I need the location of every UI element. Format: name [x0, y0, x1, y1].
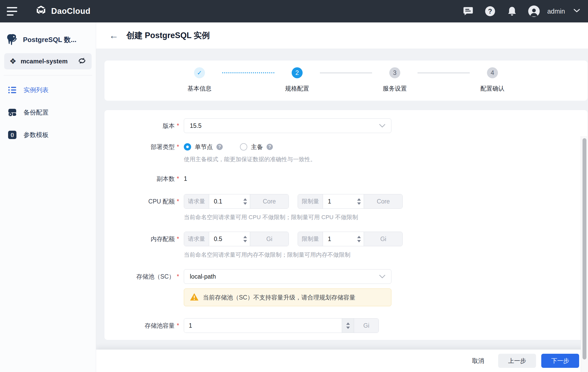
cpu-quota-hint: 当前命名空间请求量可用 CPU 不做限制；限制量可用 CPU 不做限制	[184, 213, 403, 221]
memory-quota-hint: 当前命名空间请求量可用内存不做限制；限制量可用内存不做限制	[184, 251, 403, 259]
storage-capacity-stepper[interactable]	[342, 319, 354, 333]
field-label-replicas: 副本数*	[104, 175, 179, 183]
cpu-unit: Core	[364, 194, 402, 208]
notification-bell-icon[interactable]	[506, 5, 518, 17]
cpu-request-input[interactable]	[209, 194, 240, 208]
field-label-cpu-quota: CPU 配额*	[104, 194, 179, 221]
memory-limit-group: 限制量 Gi	[298, 232, 403, 246]
next-step-button[interactable]: 下一步	[541, 354, 579, 368]
step-circle-done[interactable]: ✓	[194, 67, 205, 78]
hamburger-menu-icon[interactable]	[7, 6, 18, 16]
vertical-scrollbar-track[interactable]	[581, 136, 588, 372]
field-label-storage-capacity: 存储池容量*	[104, 318, 179, 333]
help-icon[interactable]: ?	[484, 5, 496, 17]
radio-unselected-icon[interactable]	[240, 143, 247, 151]
step-down-icon[interactable]	[243, 240, 247, 242]
step-connector	[313, 67, 379, 78]
step-circle-todo: 3	[389, 67, 400, 78]
cpu-request-stepper[interactable]	[240, 194, 250, 208]
username-label[interactable]: admin	[547, 8, 565, 15]
step-up-icon[interactable]	[346, 322, 350, 325]
back-button[interactable]: ←	[109, 31, 119, 40]
required-marker: *	[177, 318, 179, 333]
required-marker: *	[177, 194, 179, 221]
radio-selected-icon[interactable]	[184, 143, 191, 151]
list-icon	[8, 86, 17, 94]
step-circle-todo: 4	[487, 67, 498, 78]
sidebar-item-label: 备份配置	[23, 108, 49, 117]
required-marker: *	[177, 118, 179, 133]
replicas-value: 1	[184, 175, 187, 183]
storage-class-select[interactable]: local-path	[184, 269, 391, 284]
sidebar-item-parameter-template[interactable]: {} 参数模板	[0, 129, 96, 141]
step-connector-dotted	[215, 67, 281, 78]
storage-capacity-input[interactable]	[184, 319, 342, 333]
field-label-memory-quota: 内存配额*	[104, 232, 179, 259]
step-down-icon[interactable]	[243, 202, 247, 205]
brand-name: DaoCloud	[51, 7, 90, 16]
required-marker: *	[177, 269, 179, 306]
deploy-type-hint: 使用主备模式，能更加保证数据的准确性与一致性。	[184, 155, 316, 163]
version-select[interactable]: 15.5	[184, 118, 391, 133]
previous-step-button[interactable]: 上一步	[498, 354, 536, 368]
namespace-selector[interactable]: ❖ mcamel-system	[4, 53, 92, 69]
message-icon[interactable]	[462, 5, 474, 17]
memory-request-prefix: 请求量	[184, 232, 209, 246]
cpu-limit-stepper[interactable]	[354, 194, 364, 208]
wizard-stepper: ✓ 基本信息 2 规格配置 3 服务设置 4 配置确认	[104, 67, 587, 93]
step-label: 配置确认	[480, 85, 504, 93]
cpu-request-prefix: 请求量	[184, 194, 209, 208]
cpu-limit-prefix: 限制量	[298, 194, 323, 208]
step-up-icon[interactable]	[243, 198, 247, 201]
step-up-icon[interactable]	[357, 198, 361, 201]
storage-class-warning: 当前存储池（SC）不支持容量升级，请合理规划存储容量	[184, 289, 391, 306]
sidebar-item-backup-config[interactable]: 备份配置	[0, 107, 96, 118]
step-down-icon[interactable]	[357, 240, 361, 242]
postgresql-logo-icon	[6, 33, 18, 46]
storage-capacity-group: Gi	[184, 318, 379, 333]
step-label: 基本信息	[187, 85, 211, 93]
warning-icon	[190, 293, 199, 302]
memory-limit-input[interactable]	[323, 232, 354, 246]
cpu-limit-group: 限制量 Core	[298, 194, 403, 209]
step-label: 服务设置	[383, 85, 407, 93]
step-down-icon[interactable]	[346, 327, 350, 329]
chevron-down-icon	[379, 273, 385, 280]
warning-text: 当前存储池（SC）不支持容量升级，请合理规划存储容量	[203, 293, 355, 302]
version-select-value: 15.5	[190, 122, 202, 129]
help-icon[interactable]: ?	[267, 144, 273, 150]
memory-request-stepper[interactable]	[240, 232, 250, 246]
step-label: 规格配置	[285, 85, 309, 93]
memory-limit-stepper[interactable]	[354, 232, 364, 246]
radio-primary-standby[interactable]: 主备 ?	[240, 143, 273, 151]
required-marker: *	[177, 175, 179, 183]
wizard-footer: 取消 上一步 下一步	[96, 350, 588, 372]
brand-logo[interactable]: DaoCloud	[35, 5, 90, 18]
step-up-icon[interactable]	[243, 236, 247, 238]
sidebar-item-instance-list[interactable]: 实例列表	[0, 84, 96, 96]
chevron-down-icon[interactable]	[573, 9, 580, 14]
cpu-limit-input[interactable]	[323, 194, 354, 208]
cpu-unit: Core	[250, 194, 289, 208]
cpu-request-group: 请求量 Core	[184, 194, 289, 209]
radio-single-node[interactable]: 单节点 ?	[184, 143, 223, 151]
step-spec-config: 2 规格配置	[278, 67, 317, 93]
step-up-icon[interactable]	[357, 236, 361, 238]
field-label-storage-class: 存储池（SC）*	[104, 269, 179, 306]
storage-capacity-unit: Gi	[354, 319, 379, 333]
memory-request-input[interactable]	[209, 232, 240, 246]
refresh-icon[interactable]	[78, 57, 86, 66]
step-down-icon[interactable]	[357, 202, 361, 205]
cancel-button[interactable]: 取消	[472, 357, 484, 365]
user-avatar[interactable]	[528, 5, 540, 17]
memory-request-group: 请求量 Gi	[184, 232, 289, 246]
memory-unit: Gi	[364, 232, 402, 246]
help-icon[interactable]: ?	[216, 144, 223, 150]
product-header[interactable]: PostgreSQL 数...	[0, 22, 96, 46]
sidebar-item-label: 实例列表	[23, 86, 49, 94]
backup-icon	[8, 108, 17, 117]
braces-icon: {}	[8, 131, 17, 139]
main-area: ← 创建 PostgreSQL 实例 ✓ 基本信息 2 规格配置 3 服务设置	[96, 22, 588, 372]
vertical-scrollbar-thumb[interactable]	[583, 138, 586, 359]
step-basic-info[interactable]: ✓ 基本信息	[180, 67, 219, 93]
